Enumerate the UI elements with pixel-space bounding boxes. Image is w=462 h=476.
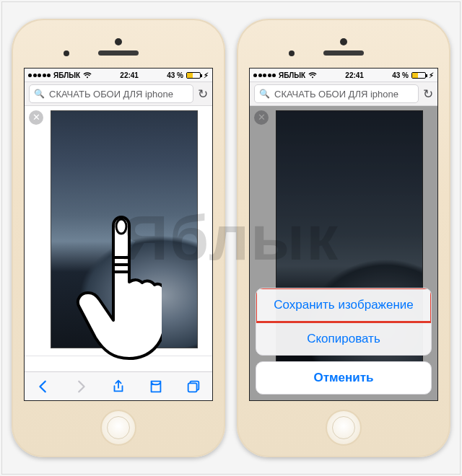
wifi-icon: [83, 71, 92, 79]
safari-address-bar: 🔍 СКАЧАТЬ ОБОИ ДЛЯ iphone ↻: [25, 81, 212, 106]
save-image-label: Сохранить изображение: [274, 298, 414, 312]
copy-label: Скопировать: [307, 332, 380, 346]
search-field[interactable]: 🔍 СКАЧАТЬ ОБОИ ДЛЯ iphone: [29, 84, 193, 103]
clock: 22:41: [120, 71, 139, 79]
battery-icon: [186, 72, 201, 79]
search-icon: 🔍: [34, 89, 45, 99]
front-camera: [340, 38, 347, 45]
cancel-label: Отменить: [313, 371, 373, 385]
search-field[interactable]: 🔍 СКАЧАТЬ ОБОИ ДЛЯ iphone: [254, 84, 419, 103]
battery-percent: 43 %: [392, 71, 409, 79]
iphone-device-right: ЯБЛЫК 22:41 43 % ⚡︎ 🔍 СКАЧАТЬ ОБОИ ДЛЯ i…: [237, 19, 450, 457]
battery-percent: 43 %: [167, 71, 183, 79]
forward-icon: [73, 379, 89, 395]
proximity-sensor: [289, 50, 295, 56]
home-button[interactable]: [326, 410, 362, 446]
save-image-button[interactable]: Сохранить изображение: [256, 288, 431, 322]
copy-button[interactable]: Скопировать: [256, 322, 431, 355]
carrier-label: ЯБЛЫК: [279, 71, 305, 79]
cancel-button[interactable]: Отменить: [256, 361, 432, 395]
wallpaper-image[interactable]: [51, 110, 198, 348]
home-button[interactable]: [100, 410, 136, 446]
search-query-text: СКАЧАТЬ ОБОИ ДЛЯ iphone: [274, 89, 398, 100]
search-query-text: СКАЧАТЬ ОБОИ ДЛЯ iphone: [49, 89, 173, 100]
battery-icon: [411, 72, 426, 79]
page-footer-strip: [25, 356, 212, 371]
front-camera: [115, 38, 122, 45]
svg-rect-5: [188, 383, 197, 392]
charging-icon: ⚡︎: [204, 71, 209, 79]
carrier-label: ЯБЛЫК: [53, 71, 80, 79]
reload-icon[interactable]: ↻: [198, 87, 208, 102]
wifi-icon: [308, 71, 317, 79]
page-content: ✕: [25, 106, 212, 356]
proximity-sensor: [64, 50, 69, 56]
back-icon[interactable]: [35, 379, 51, 395]
signal-dots-icon: [253, 74, 276, 77]
status-bar: ЯБЛЫК 22:41 43 % ⚡︎: [250, 69, 437, 81]
two-phone-composition: ЯБЛЫК 22:41 43 % ⚡︎ 🔍 СКАЧАТЬ ОБОИ ДЛЯ i…: [0, 0, 462, 476]
page-content: ✕ Сохранить изображение Скопировать Отме…: [250, 106, 437, 400]
share-icon[interactable]: [110, 379, 126, 395]
safari-address-bar: 🔍 СКАЧАТЬ ОБОИ ДЛЯ iphone ↻: [250, 81, 437, 106]
tabs-icon[interactable]: [186, 379, 201, 395]
screen-left: ЯБЛЫК 22:41 43 % ⚡︎ 🔍 СКАЧАТЬ ОБОИ ДЛЯ i…: [24, 68, 213, 401]
earpiece-speaker: [98, 50, 139, 56]
action-sheet: Сохранить изображение Скопировать Отмени…: [256, 288, 432, 395]
signal-dots-icon: [28, 74, 51, 77]
earpiece-speaker: [323, 50, 364, 56]
safari-toolbar: [25, 371, 212, 400]
action-sheet-group: Сохранить изображение Скопировать: [256, 288, 432, 356]
search-icon: 🔍: [259, 89, 270, 99]
bookmarks-icon[interactable]: [148, 379, 164, 395]
screen-right: ЯБЛЫК 22:41 43 % ⚡︎ 🔍 СКАЧАТЬ ОБОИ ДЛЯ i…: [249, 68, 438, 401]
charging-icon: ⚡︎: [429, 71, 434, 79]
close-icon[interactable]: ✕: [29, 110, 43, 125]
clock: 22:41: [345, 71, 364, 79]
reload-icon[interactable]: ↻: [423, 87, 433, 102]
iphone-device-left: ЯБЛЫК 22:41 43 % ⚡︎ 🔍 СКАЧАТЬ ОБОИ ДЛЯ i…: [12, 19, 225, 457]
status-bar: ЯБЛЫК 22:41 43 % ⚡︎: [25, 69, 212, 81]
